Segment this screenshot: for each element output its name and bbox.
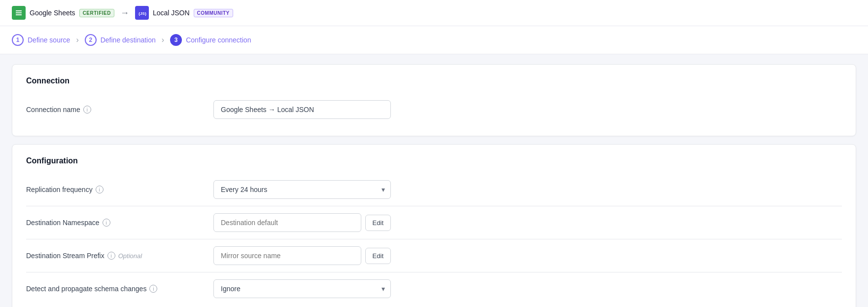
- connection-name-field: [213, 100, 391, 119]
- replication-frequency-text: Replication frequency: [26, 186, 93, 193]
- destination-namespace-input-group: Edit: [213, 213, 391, 232]
- replication-frequency-field: Every 24 hours Every 12 hours Every 6 ho…: [213, 180, 391, 199]
- svg-rect-1: [16, 10, 22, 11]
- stepper: 1 Define source › 2 Define destination ›…: [0, 26, 868, 54]
- svg-rect-2: [16, 12, 22, 13]
- connection-card: Connection Connection name i: [12, 64, 856, 136]
- schema-changes-info-icon[interactable]: i: [149, 285, 157, 293]
- top-bar: Google Sheets CERTIFIED → {JS} Local JSO…: [0, 0, 868, 26]
- destination-namespace-field: Edit: [213, 213, 391, 232]
- divider-1: [26, 206, 842, 206]
- destination-stream-prefix-row: Destination Stream Prefix i Optional Edi…: [26, 241, 842, 270]
- connection-name-text: Connection name: [26, 106, 80, 114]
- destination-name: Local JSON: [153, 9, 190, 17]
- main-content: Connection Connection name i Configurati…: [0, 54, 868, 307]
- destination-namespace-text: Destination Namespace: [26, 219, 100, 227]
- schema-changes-label: Detect and propagate schema changes i: [26, 285, 213, 293]
- replication-frequency-row: Replication frequency i Every 24 hours E…: [26, 175, 842, 204]
- schema-changes-row: Detect and propagate schema changes i Ig…: [26, 274, 842, 303]
- step-3-circle: 3: [170, 34, 182, 46]
- connection-name-info-icon[interactable]: i: [83, 106, 91, 114]
- connection-card-title: Connection: [26, 77, 842, 85]
- svg-text:{JS}: {JS}: [139, 11, 146, 16]
- source-badge: CERTIFIED: [79, 9, 114, 17]
- destination-stream-prefix-text: Destination Stream Prefix: [26, 252, 104, 260]
- destination-stream-prefix-info-icon[interactable]: i: [107, 252, 115, 260]
- schema-changes-field: Ignore Propagate Disable ▾: [213, 279, 391, 298]
- divider-2: [26, 239, 842, 239]
- destination-stream-prefix-edit-button[interactable]: Edit: [365, 248, 391, 264]
- destination-stream-prefix-label: Destination Stream Prefix i Optional: [26, 252, 213, 260]
- destination-namespace-edit-button[interactable]: Edit: [365, 215, 391, 231]
- connection-name-label: Connection name i: [26, 106, 213, 114]
- destination-namespace-input[interactable]: [213, 213, 361, 232]
- divider-3: [26, 272, 842, 272]
- configuration-card: Configuration Replication frequency i Ev…: [12, 144, 856, 307]
- schema-changes-select[interactable]: Ignore Propagate Disable: [213, 279, 391, 298]
- step-3[interactable]: 3 Configure connection: [170, 34, 251, 46]
- destination-stream-prefix-field: Edit: [213, 246, 391, 265]
- step-2-label: Define destination: [101, 36, 156, 44]
- step-1-circle: 1: [12, 34, 24, 46]
- replication-frequency-select-wrapper: Every 24 hours Every 12 hours Every 6 ho…: [213, 180, 391, 199]
- connection-name-row: Connection name i: [26, 95, 842, 124]
- step-3-label: Configure connection: [186, 36, 251, 44]
- configuration-card-title: Configuration: [26, 156, 842, 165]
- destination-badge: COMMUNITY: [194, 9, 233, 17]
- source-name: Google Sheets: [30, 9, 75, 17]
- step-2-circle: 2: [85, 34, 97, 46]
- step-1-label: Define source: [28, 36, 70, 44]
- destination-icon: {JS}: [135, 6, 149, 20]
- replication-frequency-info-icon[interactable]: i: [96, 186, 104, 193]
- connection-name-input[interactable]: [213, 100, 391, 119]
- schema-changes-select-wrapper: Ignore Propagate Disable ▾: [213, 279, 391, 298]
- step-chevron-1: ›: [76, 36, 78, 44]
- replication-frequency-label: Replication frequency i: [26, 186, 213, 193]
- destination-namespace-row: Destination Namespace i Edit: [26, 208, 842, 237]
- replication-frequency-select[interactable]: Every 24 hours Every 12 hours Every 6 ho…: [213, 180, 391, 199]
- step-chevron-2: ›: [162, 36, 164, 44]
- destination-stream-prefix-optional: Optional: [118, 252, 142, 260]
- source-icon: [12, 6, 26, 20]
- destination-namespace-info-icon[interactable]: i: [103, 219, 110, 227]
- svg-rect-3: [16, 14, 22, 15]
- destination-stream-prefix-input-group: Edit: [213, 246, 391, 265]
- schema-changes-text: Detect and propagate schema changes: [26, 285, 146, 293]
- connector-arrow: →: [120, 8, 129, 18]
- destination-connector: {JS} Local JSON COMMUNITY: [135, 6, 233, 20]
- source-connector: Google Sheets CERTIFIED: [12, 6, 114, 20]
- destination-namespace-label: Destination Namespace i: [26, 219, 213, 227]
- step-1[interactable]: 1 Define source: [12, 34, 70, 46]
- destination-stream-prefix-input[interactable]: [213, 246, 361, 265]
- step-2[interactable]: 2 Define destination: [85, 34, 156, 46]
